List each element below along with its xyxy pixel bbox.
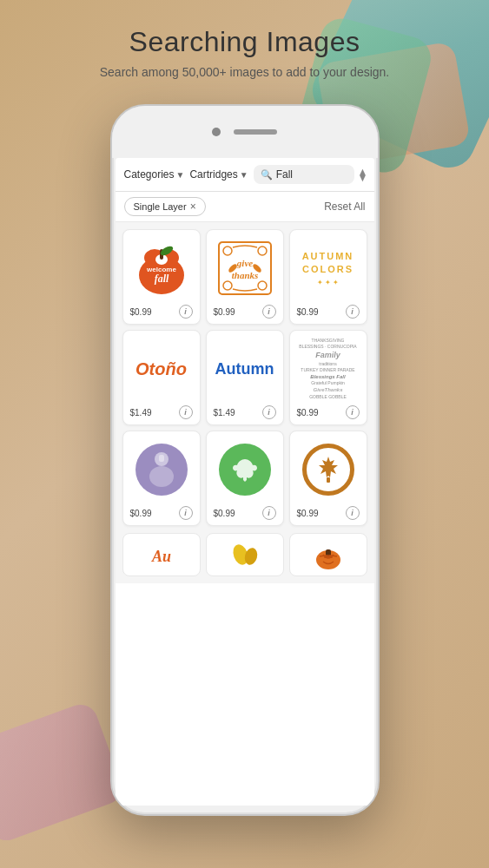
svg-text:thanks: thanks (231, 270, 258, 280)
info-button-6[interactable]: i (346, 405, 360, 419)
filter-tags-row: Single Layer × Reset All (116, 192, 374, 222)
item-footer-6: $0.99 i (295, 405, 361, 419)
svg-text:Au: Au (150, 548, 170, 565)
brown-circle-shape (302, 444, 354, 496)
ornament-svg (144, 450, 179, 490)
item-image-welcome-fall: welcome fall (130, 237, 193, 299)
grid-item-otono[interactable]: Otoño $1.49 i (122, 330, 201, 425)
bottom-item-1[interactable]: Au (122, 533, 201, 576)
item-image-autumn-colors: AUTUMNcolors ✦ ✦ ✦ (297, 237, 360, 299)
welcome-fall-svg: welcome fall (132, 239, 191, 298)
single-layer-tag[interactable]: Single Layer × (124, 197, 206, 216)
item-image-give-thanks: give thanks (214, 237, 276, 299)
search-bar: Categories ▼ Cartridges ▼ 🔍 Fall ⧫ (116, 158, 374, 192)
item-price-2: $0.99 (214, 307, 235, 317)
page-subtitle: Search among 50,000+ images to add to yo… (0, 65, 489, 79)
title-area: Searching Images Search among 50,000+ im… (0, 0, 489, 79)
autumn-word-text: Autumn (215, 360, 274, 378)
grid-item-welcome-fall[interactable]: welcome fall $0.99 i (122, 229, 201, 325)
info-button-7[interactable]: i (179, 506, 193, 520)
phone-top-bar (112, 106, 378, 158)
tag-label: Single Layer (134, 201, 187, 212)
info-button-4[interactable]: i (179, 405, 193, 419)
info-button-8[interactable]: i (262, 506, 276, 520)
item-price-7: $0.99 (130, 509, 152, 518)
grid-item-give-thanks[interactable]: give thanks $0.99 i (206, 229, 284, 325)
grid-item-autumn-colors[interactable]: AUTUMNcolors ✦ ✦ ✦ $0.99 i (289, 229, 367, 325)
phone-speaker (234, 129, 277, 135)
info-button-9[interactable]: i (346, 506, 360, 520)
item-footer-5: $1.49 i (212, 405, 278, 419)
phone-frame: Categories ▼ Cartridges ▼ 🔍 Fall ⧫ Singl… (110, 104, 380, 816)
bottom-item-2-svg (223, 537, 267, 572)
grid-item-purple-circle[interactable]: $0.99 i (122, 431, 201, 526)
tag-close-icon[interactable]: × (190, 201, 196, 213)
categories-dropdown[interactable]: Categories ▼ (124, 168, 185, 181)
svg-rect-18 (159, 455, 164, 462)
item-image-maple-leaf (297, 438, 360, 501)
item-footer-1: $0.99 i (129, 305, 195, 319)
categories-chevron: ▼ (176, 170, 185, 180)
item-image-autumn-word: Autumn (214, 338, 276, 400)
categories-label: Categories (124, 168, 175, 181)
grid-item-autumn-word[interactable]: Autumn $1.49 i (206, 330, 284, 425)
item-footer-8: $0.99 i (212, 506, 278, 520)
item-image-green-leaf (214, 438, 276, 501)
info-button-2[interactable]: i (262, 305, 276, 319)
item-footer-7: $0.99 i (129, 506, 195, 520)
item-footer-9: $0.99 i (295, 506, 361, 520)
search-value: Fall (276, 168, 293, 181)
otono-text: Otoño (135, 359, 187, 379)
bottom-partial-row: Au (116, 533, 374, 583)
item-price-5: $1.49 (214, 408, 235, 418)
bottom-item-3-svg (307, 537, 350, 572)
info-button-5[interactable]: i (262, 405, 276, 419)
info-button-1[interactable]: i (179, 305, 193, 319)
cartridges-chevron: ▼ (240, 170, 248, 180)
bottom-item-2[interactable] (206, 533, 284, 576)
phone-screen: Categories ▼ Cartridges ▼ 🔍 Fall ⧫ Singl… (116, 158, 374, 806)
purple-circle-shape (135, 444, 188, 496)
filter-icon[interactable]: ⧫ (360, 168, 366, 181)
svg-point-19 (149, 466, 174, 487)
svg-text:fall: fall (154, 273, 169, 285)
green-circle-shape (219, 444, 271, 496)
item-footer-3: $0.99 i (295, 305, 361, 319)
item-price-3: $0.99 (297, 307, 319, 317)
item-image-thanksgiving: THANKSGIVING BLESSINGS · CORNUCOPIA Fami… (297, 338, 360, 400)
cartridges-dropdown[interactable]: Cartridges ▼ (189, 168, 248, 181)
svg-point-12 (258, 281, 267, 290)
grid-item-maple-leaf[interactable]: $0.99 i (289, 431, 367, 526)
svg-point-9 (223, 247, 232, 255)
item-image-otono: Otoño (130, 338, 193, 400)
give-thanks-svg: give thanks (215, 239, 274, 298)
svg-text:give: give (235, 258, 252, 268)
cartridges-label: Cartridges (189, 168, 237, 181)
maple-svg (312, 453, 345, 486)
search-input-wrap[interactable]: 🔍 Fall (254, 165, 354, 184)
item-price-1: $0.99 (130, 307, 152, 317)
reset-all-button[interactable]: Reset All (324, 201, 365, 213)
info-button-3[interactable]: i (346, 305, 360, 319)
phone-camera (212, 128, 221, 136)
item-footer-2: $0.99 i (212, 305, 278, 319)
bottom-item-3[interactable] (289, 533, 367, 576)
item-price-8: $0.99 (214, 509, 235, 518)
bottom-item-1-svg: Au (140, 537, 183, 572)
item-footer-4: $1.49 i (129, 405, 195, 419)
item-price-6: $0.99 (297, 408, 319, 418)
svg-rect-20 (327, 477, 330, 483)
svg-point-10 (258, 247, 267, 255)
autumn-colors-text: AUTUMNcolors (302, 250, 354, 275)
svg-point-11 (223, 281, 232, 290)
item-price-4: $1.49 (130, 408, 152, 418)
leaf-svg (229, 454, 261, 485)
image-grid: welcome fall $0.99 i (116, 222, 374, 533)
grid-item-thanksgiving[interactable]: THANKSGIVING BLESSINGS · CORNUCOPIA Fami… (289, 330, 367, 425)
item-price-9: $0.99 (297, 509, 319, 518)
search-icon: 🔍 (261, 169, 273, 181)
grid-item-green-leaf[interactable]: $0.99 i (206, 431, 284, 526)
svg-rect-8 (219, 242, 271, 294)
page-title: Searching Images (0, 26, 489, 58)
item-image-purple-circle (130, 438, 193, 501)
